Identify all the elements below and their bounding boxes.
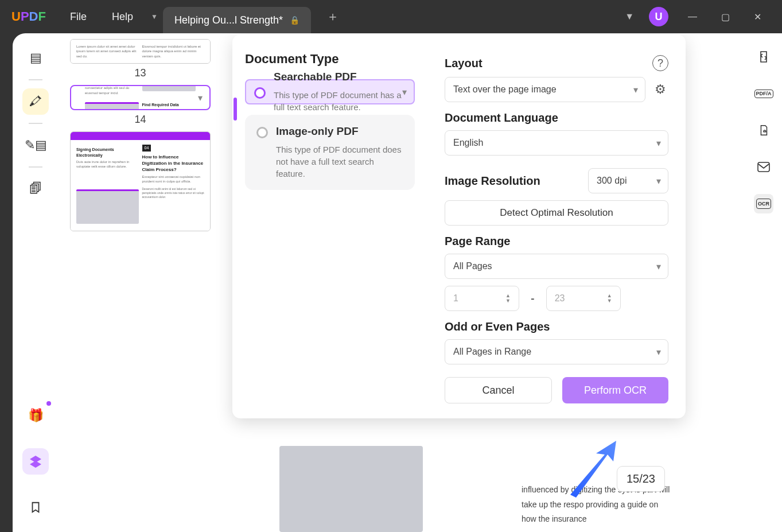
detect-resolution-button[interactable]: Detect Optimal Resolution — [445, 200, 668, 226]
maximize-button[interactable]: ▢ — [717, 9, 734, 25]
page-from-input[interactable]: 1▲▼ — [445, 286, 519, 311]
app-body: ▤ 🖍 ✎▤ 🗐 🎁 Lorem ipsum dolor sit amet am… — [13, 33, 782, 532]
range-dash: - — [531, 292, 535, 305]
page-indicator[interactable]: 15/23 — [617, 466, 665, 492]
close-window-button[interactable]: ✕ — [749, 9, 766, 25]
perform-ocr-button[interactable]: Perform OCR — [562, 377, 668, 403]
spinner-icon[interactable]: ▲▼ — [505, 293, 511, 304]
thumb-page-13[interactable]: Lorem ipsum dolor sit amet amet dolor ip… — [70, 39, 211, 64]
layers-icon[interactable] — [22, 448, 49, 475]
ocr-dialog: Document Type Searchable PDF This type o… — [232, 34, 686, 418]
layout-select[interactable]: Text over the page image — [445, 77, 645, 102]
app-logo: UPDF — [11, 9, 46, 24]
resolution-select[interactable]: 300 dpi — [588, 168, 668, 193]
radio-on-icon — [254, 87, 266, 99]
resolution-label: Image Resolution — [445, 174, 540, 188]
gift-icon[interactable]: 🎁 — [22, 402, 49, 429]
page-to-input[interactable]: 23▲▼ — [546, 286, 621, 311]
tab-title: Helping Ou...l Strength* — [174, 14, 283, 26]
ocr-icon[interactable]: OCR — [754, 194, 773, 213]
tab-dropdown-icon[interactable]: ▼ — [146, 0, 163, 33]
lock-icon: 🔒 — [290, 15, 299, 25]
layout-label: Layout — [445, 57, 652, 70]
pdfa-icon[interactable]: PDF/A — [754, 84, 773, 103]
language-select[interactable]: English — [445, 130, 668, 156]
thumbnail-panel[interactable]: Lorem ipsum dolor sit amet amet dolor ip… — [59, 33, 222, 532]
radio-off-icon — [256, 127, 268, 138]
thumb-page-14[interactable]: Protecting Data From DisasterLorem ipsum… — [70, 85, 211, 110]
page-range-label: Page Range — [445, 235, 668, 248]
odd-even-select[interactable]: All Pages in Range — [445, 339, 668, 364]
highlighter-tool-icon[interactable]: 🖍 — [22, 88, 49, 115]
pages-tool-icon[interactable]: 🗐 — [22, 176, 49, 202]
document-tab[interactable]: Helping Ou...l Strength* 🔒 — [163, 7, 311, 33]
convert-icon[interactable] — [754, 47, 773, 67]
option-image-only-pdf[interactable]: Image-only PDF This type of PDF document… — [245, 115, 415, 190]
gear-icon[interactable]: ⚙ — [652, 81, 668, 98]
menu-file[interactable]: File — [57, 11, 99, 23]
chevron-down-icon[interactable]: ▼ — [625, 11, 634, 22]
edit-tool-icon[interactable]: ✎▤ — [22, 132, 49, 158]
option-searchable-pdf[interactable]: Searchable PDF This type of PDF document… — [245, 79, 415, 104]
mail-icon[interactable] — [754, 157, 773, 177]
odd-even-label: Odd or Even Pages — [445, 320, 668, 333]
menu-help[interactable]: Help — [99, 11, 146, 23]
spinner-icon[interactable]: ▲▼ — [607, 293, 612, 304]
file-lock-icon[interactable] — [754, 121, 773, 140]
document-image-placeholder — [279, 446, 423, 532]
svg-rect-0 — [758, 162, 769, 172]
minimize-button[interactable]: — — [683, 9, 702, 24]
add-tab-button[interactable]: ＋ — [321, 8, 344, 25]
document-view[interactable]: influenced by digitizing the syst is par… — [222, 33, 745, 532]
cancel-button[interactable]: Cancel — [445, 377, 552, 403]
right-toolbar: PDF/A OCR — [745, 33, 782, 532]
page-range-select[interactable]: All Pages — [445, 254, 668, 279]
help-icon[interactable]: ? — [652, 55, 668, 71]
thumb-label-14: 14 — [70, 114, 211, 126]
language-label: Document Language — [445, 111, 668, 125]
thumb-label-13: 13 — [70, 67, 211, 79]
bookmark-icon[interactable] — [22, 494, 49, 521]
title-bar: UPDF File Help ▼ Helping Ou...l Strength… — [0, 0, 782, 33]
thumb-page-15[interactable]: Signing Documents ElectronicallyDuis aut… — [70, 131, 211, 231]
left-toolbar: ▤ 🖍 ✎▤ 🗐 🎁 — [13, 33, 59, 532]
document-type-heading: Document Type — [245, 52, 415, 67]
reader-tool-icon[interactable]: ▤ — [22, 45, 49, 71]
user-avatar[interactable]: U — [649, 7, 668, 26]
